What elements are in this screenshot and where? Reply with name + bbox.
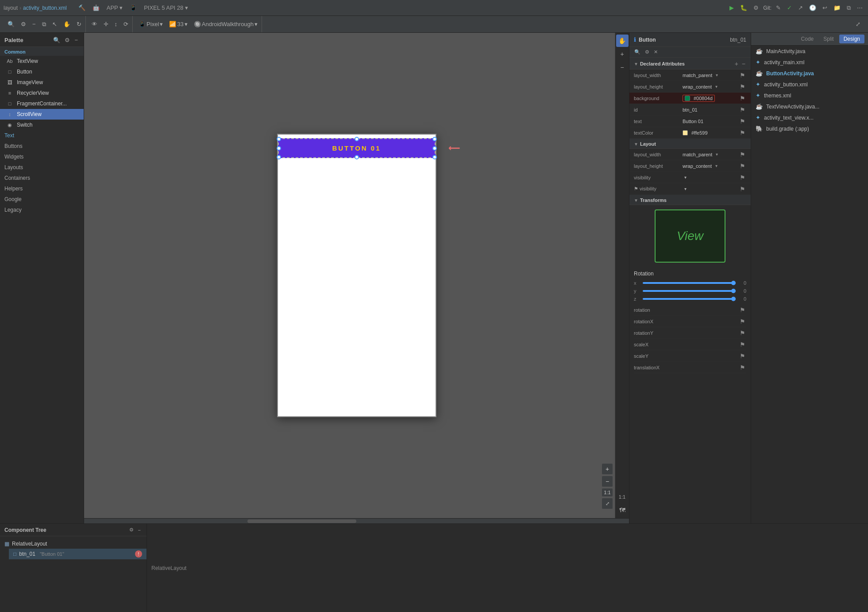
search-palette-btn[interactable]: 🔍 [5, 19, 17, 29]
palette-category-common[interactable]: Common [0, 47, 84, 56]
file-item-buildgradle[interactable]: 🐘 build.gradle (:app) [751, 123, 868, 134]
palette-item-imageview[interactable]: 🖼 ImageView [0, 77, 84, 88]
attr-close-btn[interactable]: ✕ [652, 49, 659, 55]
breadcrumb-file[interactable]: activity_button.xml [23, 5, 67, 11]
api-select-btn[interactable]: 📶 33 ▾ [167, 19, 189, 29]
zoom-fit-btn[interactable]: ⤢ [602, 498, 613, 509]
handle-left[interactable] [277, 146, 281, 151]
layout-vis-dropdown[interactable]: ▾ [683, 175, 687, 180]
file-item-activitymain[interactable]: ✦ activity_main.xml [751, 57, 868, 68]
attr-lh-dropdown[interactable]: ▾ [714, 84, 718, 89]
zoom-in-side-btn[interactable]: + [616, 48, 629, 60]
palette-item-fragmentcontainer[interactable]: □ FragmentContainer... [0, 98, 84, 109]
file-item-textviewactivity[interactable]: ☕ TextViewActivity.java... [751, 101, 868, 112]
zoom-in-btn[interactable]: + [602, 463, 613, 475]
attr-lh-pin[interactable]: ⚑ [739, 83, 746, 90]
layout-vis-pin[interactable]: ⚑ [739, 174, 746, 181]
expand-btn[interactable]: ⤢ [853, 19, 863, 29]
palette-search-btn[interactable]: 🔍 [52, 36, 62, 44]
attr-scalex-pin[interactable]: ⚑ [739, 341, 746, 348]
tree-item-relativelayout[interactable]: ▦ RelativeLayout [0, 539, 147, 549]
canvas-scrollbar[interactable] [84, 518, 629, 523]
layout-lh-dropdown[interactable]: ▾ [714, 163, 718, 168]
cross-btn[interactable]: ✛ [101, 19, 111, 29]
palette-item-recyclerview[interactable]: ≡ RecyclerView [0, 88, 84, 98]
palette-nav-buttons[interactable]: Buttons [0, 141, 84, 151]
eye-btn[interactable]: 👁 [89, 19, 100, 29]
handle-tl[interactable] [277, 137, 281, 141]
attr-rotationy-pin[interactable]: ⚑ [739, 329, 746, 337]
handle-right[interactable] [432, 146, 437, 151]
palette-nav-layouts[interactable]: Layouts [0, 162, 84, 173]
rotate-btn[interactable]: ↻ [74, 19, 84, 29]
attr-rotation-pin[interactable]: ⚑ [739, 306, 746, 314]
attr-text-pin[interactable]: ⚑ [739, 118, 746, 125]
palette-minus-btn[interactable]: − [30, 19, 38, 29]
handle-top[interactable] [355, 137, 359, 141]
device-dropdown[interactable]: PIXEL 5 API 28 ▾ [142, 4, 190, 12]
palette-nav-helpers[interactable]: Helpers [0, 183, 84, 194]
device-select-btn[interactable]: 📱 Pixel ▾ [136, 19, 165, 29]
file-item-buttonactivity[interactable]: ☕ ButtonActivity.java [751, 68, 868, 79]
more-icon[interactable]: ⋯ [855, 4, 864, 12]
file-item-activitybutton[interactable]: ✦ activity_button.xml [751, 79, 868, 90]
palette-nav-containers[interactable]: Containers [0, 173, 84, 183]
palette-settings-btn[interactable]: ⚙ [19, 19, 28, 29]
file-item-mainactivity[interactable]: ☕ MainActivity.java [751, 46, 868, 57]
ruler-btn[interactable]: ↕ [112, 19, 120, 29]
layout-lw-dropdown[interactable]: ▾ [715, 152, 719, 157]
palette-collapse-btn[interactable]: − [73, 36, 79, 44]
palette-nav-legacy[interactable]: Legacy [0, 205, 84, 215]
git-commit-icon[interactable]: ✎ [774, 4, 783, 12]
remove-attr-btn[interactable]: − [741, 60, 746, 67]
attr-row-background[interactable]: background #00804d ⚑ [629, 93, 751, 104]
rotation-z-slider[interactable] [643, 298, 736, 300]
tree-settings-btn[interactable]: ⚙ [128, 527, 135, 533]
walkthrough-select-btn[interactable]: 🔘 AndroidWalkthrough ▾ [192, 19, 260, 29]
window-icon[interactable]: ⧉ [845, 4, 853, 12]
layout-lh-pin[interactable]: ⚑ [739, 163, 746, 170]
handle-bl[interactable] [277, 155, 281, 159]
attr-tc-pin[interactable]: ⚑ [739, 129, 746, 136]
file-item-textview-xml[interactable]: ✦ activity_text_view.x... [751, 112, 868, 123]
phone-button-element[interactable]: BUTTON 01 ⟵ [278, 138, 436, 158]
design-view-btn[interactable]: Design [839, 35, 864, 43]
run-button[interactable]: ▶ [728, 4, 736, 12]
palette-config-btn[interactable]: ⚙ [63, 36, 71, 44]
rotation-x-slider[interactable] [643, 282, 736, 284]
palette-item-switch[interactable]: ◉ Switch [0, 120, 84, 130]
palette-nav-google[interactable]: Google [0, 194, 84, 205]
attr-lw-dropdown[interactable]: ▾ [715, 73, 719, 77]
attr-lw-pin[interactable]: ⚑ [739, 72, 746, 79]
palette-nav-text[interactable]: Text [0, 130, 84, 141]
git-push-icon[interactable]: ↗ [796, 4, 805, 12]
layers-btn[interactable]: ⧉ [40, 19, 48, 29]
tree-collapse-btn[interactable]: − [137, 527, 142, 533]
fit-screen-btn[interactable]: 1:1 [616, 491, 629, 503]
file-item-themes[interactable]: ✦ themes.xml [751, 90, 868, 101]
canvas-inner[interactable]: BUTTON 01 ⟵ + [84, 33, 629, 518]
breadcrumb-layout[interactable]: layout [4, 5, 18, 11]
clock-icon[interactable]: 🕐 [807, 4, 818, 12]
android-icon[interactable]: 🤖 [91, 4, 101, 12]
hand-tool-btn[interactable]: ✋ [616, 35, 629, 47]
phone-rotate-btn[interactable]: ⟳ [121, 19, 131, 29]
layout-lw-pin[interactable]: ⚑ [739, 151, 746, 158]
attr-translationx-pin[interactable]: ⚑ [739, 364, 746, 371]
attr-id-pin[interactable]: ⚑ [739, 106, 746, 113]
attr-bg-pin[interactable]: ⚑ [739, 95, 746, 102]
tree-item-btn01[interactable]: □ btn_01 "Button 01" ! [9, 549, 147, 559]
split-view-btn[interactable]: Split [819, 35, 838, 43]
layout-vis2-pin[interactable]: ⚑ [739, 186, 746, 193]
zoom-out-btn[interactable]: − [602, 476, 613, 487]
add-attr-btn[interactable]: + [734, 60, 739, 67]
undo-icon[interactable]: ↩ [821, 4, 829, 12]
attr-scaley-pin[interactable]: ⚑ [739, 352, 746, 360]
app-dropdown[interactable]: APP ▾ [105, 4, 124, 12]
blueprint-btn[interactable]: 🗺 [616, 504, 629, 516]
layout-vis2-dropdown[interactable]: ▾ [683, 186, 687, 191]
palette-item-scrollview[interactable]: ↕ ScrollView [0, 109, 84, 120]
rotation-y-slider[interactable] [643, 290, 736, 292]
settings-button[interactable]: ⚙ [752, 4, 760, 12]
phone-icon[interactable]: 📱 [128, 4, 139, 12]
